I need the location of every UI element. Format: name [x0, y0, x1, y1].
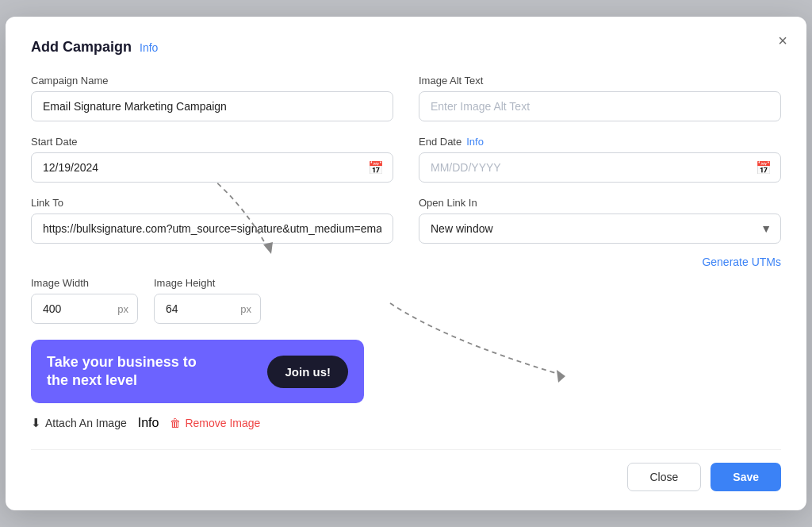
modal-footer: Close Save: [31, 449, 781, 491]
campaign-name-label: Campaign Name: [31, 75, 393, 87]
image-alt-text-label: Image Alt Text: [419, 75, 781, 87]
modal-info-badge[interactable]: Info: [140, 41, 158, 54]
attach-image-button[interactable]: ⬇ Attach An Image: [31, 416, 127, 430]
link-to-label: Link To: [31, 197, 393, 209]
start-date-group: Start Date 📅: [31, 136, 393, 183]
image-width-wrapper: px: [31, 294, 138, 324]
image-height-input[interactable]: [154, 294, 261, 324]
open-link-in-select[interactable]: New window Same window: [419, 213, 781, 244]
image-height-wrapper: px: [154, 294, 261, 324]
footer-save-button[interactable]: Save: [710, 463, 781, 491]
start-date-wrapper: 📅: [31, 152, 393, 183]
image-width-input[interactable]: [31, 294, 138, 324]
remove-image-button[interactable]: 🗑 Remove Image: [170, 417, 260, 429]
campaign-name-group: Campaign Name: [31, 75, 393, 121]
link-to-group: Link To: [31, 197, 393, 244]
image-height-label: Image Height: [154, 277, 261, 289]
link-to-input[interactable]: [31, 213, 393, 244]
end-date-group: End Date Info 📅: [419, 136, 781, 183]
dimensions-row: Image Width px Image Height px: [31, 277, 781, 324]
image-alt-text-group: Image Alt Text: [419, 75, 781, 121]
banner-cta-button[interactable]: Join us!: [267, 356, 348, 388]
open-link-in-group: Open Link In New window Same window ▼: [419, 197, 781, 244]
svg-marker-1: [557, 370, 565, 383]
open-link-in-label: Open Link In: [419, 197, 781, 209]
image-height-group: Image Height px: [154, 277, 261, 324]
close-icon-button[interactable]: ×: [778, 33, 787, 48]
open-link-in-wrapper: New window Same window ▼: [419, 213, 781, 244]
start-date-input[interactable]: [31, 152, 393, 183]
form-grid: Campaign Name Image Alt Text Start Date …: [31, 75, 781, 277]
generate-utms-row: Generate UTMs: [31, 255, 781, 269]
image-actions: ⬇ Attach An Image Info 🗑 Remove Image: [31, 416, 781, 430]
end-date-info-link[interactable]: Info: [466, 136, 484, 148]
modal-header: Add Campaign Info ×: [31, 39, 781, 56]
start-date-label: Start Date: [31, 136, 393, 148]
campaign-name-input[interactable]: [31, 91, 393, 121]
trash-icon: 🗑: [170, 417, 181, 429]
modal-title: Add Campaign: [31, 39, 132, 56]
end-date-input[interactable]: [419, 152, 781, 183]
modal-overlay: Add Campaign Info × Campaign Name Image …: [0, 0, 812, 527]
image-width-group: Image Width px: [31, 277, 138, 324]
end-date-wrapper: 📅: [419, 152, 781, 183]
attach-info-link[interactable]: Info: [138, 416, 159, 430]
image-width-label: Image Width: [31, 277, 138, 289]
attach-icon: ⬇: [31, 416, 41, 430]
image-alt-text-input[interactable]: [419, 91, 781, 121]
generate-utms-button[interactable]: Generate UTMs: [702, 256, 781, 268]
end-date-label: End Date Info: [419, 136, 781, 148]
add-campaign-modal: Add Campaign Info × Campaign Name Image …: [6, 17, 806, 510]
banner-preview: Take your business to the next level Joi…: [31, 340, 364, 403]
footer-close-button[interactable]: Close: [627, 463, 702, 491]
banner-text: Take your business to the next level: [47, 353, 221, 390]
